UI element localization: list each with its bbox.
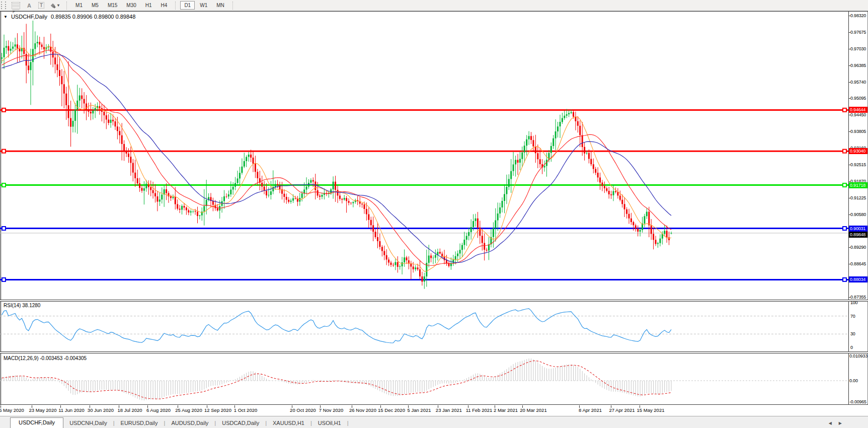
tab-eurusd-daily[interactable]: EURUSD,Daily — [115, 418, 164, 428]
rsi-panel[interactable] — [0, 302, 848, 351]
tab-usoil-h1[interactable]: USOil,H1 — [312, 418, 347, 428]
toolbar-separator — [232, 2, 233, 10]
date-label: 18 Jul 2020 — [117, 407, 142, 413]
date-label: 7 Nov 2020 — [319, 407, 344, 413]
support-resistance-lines[interactable] — [0, 108, 848, 281]
date-label: 12 Sep 2020 — [204, 407, 231, 413]
tab-scroll-left-icon[interactable]: ◀ — [829, 421, 832, 425]
rsi-label: RSI(14) 38.1280 — [4, 303, 40, 308]
date-label: 8 Apr 2021 — [579, 407, 602, 413]
price-tag-0.93040: 0.93040 — [849, 148, 867, 154]
price-tag-0.94644: 0.94644 — [849, 107, 867, 113]
price-tick-label: 0.95095 — [850, 96, 867, 101]
price-tag-0.91718: 0.91718 — [849, 182, 867, 188]
timeframe-button-m30[interactable]: M30 — [122, 1, 140, 10]
tab-audusd-daily[interactable]: AUDUSD,Daily — [165, 418, 214, 428]
price-tick-label: 0.92515 — [850, 162, 867, 168]
macd-label: MACD(12,26,9) -0.003453 -0.004305 — [4, 355, 87, 361]
chevron-down-icon[interactable]: ▾ — [57, 3, 59, 8]
timeframe-button-m1[interactable]: M1 — [71, 1, 87, 10]
rsi-tick-label: 100 — [850, 300, 867, 306]
line-handle[interactable] — [2, 108, 6, 112]
tab-usdcad-daily[interactable]: USDCAD,Daily — [216, 418, 265, 428]
main-rsi-separator[interactable] — [0, 300, 868, 302]
price-tick-label: 0.97030 — [850, 46, 867, 52]
date-label: 6 Aug 2020 — [146, 407, 171, 413]
ma-slow-line — [2, 54, 672, 263]
price-tick-label: 0.93805 — [850, 129, 867, 134]
macd-signal-line — [2, 361, 672, 399]
price-tick-label: 0.90580 — [850, 212, 867, 218]
rsi-line — [2, 309, 672, 343]
date-label: 20 Oct 2020 — [290, 407, 316, 413]
price-tick-label: 0.87355 — [850, 295, 867, 300]
date-label: 15 Dec 2020 — [378, 407, 405, 413]
chart-header: ▼ USDCHF,Daily 0.89835 0.89906 0.89800 0… — [4, 14, 135, 20]
candle-down-wicks — [9, 24, 669, 286]
price-tick-label: 0.97675 — [850, 30, 867, 35]
macd-tick-label: -0.00965 — [849, 399, 866, 405]
timeframe-button-m5[interactable]: M5 — [88, 1, 103, 10]
timeframe-button-m15[interactable]: M15 — [104, 1, 121, 10]
tab-usdcnh-daily[interactable]: USDCNH,Daily — [63, 418, 113, 428]
date-label: 20 Mar 2021 — [520, 407, 546, 413]
macd-histogram — [2, 359, 672, 401]
price-tick-label: 0.98320 — [850, 13, 867, 19]
tab-scroll-right-icon[interactable]: ▶ — [839, 421, 842, 425]
candles-down — [8, 42, 670, 281]
date-label: 23 May 2020 — [29, 407, 57, 413]
fibonacci-tool-icon[interactable]: F — [12, 1, 20, 10]
ma-fast-line — [2, 46, 672, 271]
date-label: 15 May 2021 — [637, 407, 665, 413]
text-tool-icon[interactable]: A — [27, 1, 31, 10]
timeframe-button-h4[interactable]: H4 — [157, 1, 172, 10]
date-label: 25 Aug 2020 — [175, 407, 202, 413]
date-label: 27 Apr 2021 — [609, 407, 635, 413]
toolbar-separator — [175, 2, 176, 10]
price-axis-separator — [848, 12, 849, 404]
toolbar-drag-handle-icon[interactable] — [1, 2, 6, 9]
rsi-tick-label: 0 — [850, 345, 867, 350]
rsi-tick-label: 30 — [850, 331, 867, 337]
rsi-tick-label: 70 — [850, 314, 867, 319]
timeframe-button-d1[interactable]: D1 — [180, 1, 195, 10]
candles-up — [1, 42, 672, 281]
line-handle[interactable] — [2, 183, 6, 187]
timeframe-button-mn[interactable]: MN — [212, 1, 228, 10]
line-handle[interactable] — [2, 227, 6, 230]
date-label: 2 Mar 2021 — [494, 407, 518, 413]
price-tick-label: 0.95740 — [850, 80, 867, 85]
current-price-tag: 0.89848 — [849, 232, 867, 238]
line-handle[interactable] — [843, 183, 846, 187]
line-handle[interactable] — [843, 278, 846, 281]
date-label: 26 Nov 2020 — [349, 407, 376, 413]
timeframe-button-w1[interactable]: W1 — [196, 1, 211, 10]
rsi-macd-separator[interactable] — [0, 351, 868, 353]
line-handle[interactable] — [843, 150, 846, 153]
label-tool-icon[interactable]: T — [38, 1, 44, 10]
line-handle[interactable] — [2, 278, 6, 281]
tab-xauusd-h1[interactable]: XAUUSD,H1 — [267, 418, 310, 428]
price-tick-label: 0.89290 — [850, 245, 867, 250]
tab-usdchf-daily[interactable]: USDCHF,Daily — [10, 417, 63, 428]
collapse-triangle-icon[interactable]: ▼ — [4, 15, 8, 19]
timeframe-button-h1[interactable]: H1 — [141, 1, 156, 10]
price-tick-label: 0.94450 — [850, 112, 867, 118]
toolbar: F A T ▾ M1M5M15M30H1H4 D1W1MN — [0, 0, 868, 11]
date-label: 11 Jun 2020 — [58, 407, 85, 413]
main-chart[interactable] — [0, 12, 848, 300]
chart-tab-bar: USDCHF,DailyUSDCNH,Daily|EURUSD,Daily|AU… — [0, 416, 868, 428]
macd-bottom-border — [0, 404, 868, 405]
chart-ohlc-values: 0.89835 0.89906 0.89800 0.89848 — [51, 14, 135, 20]
price-tick-label: 0.88645 — [850, 261, 867, 267]
macd-panel[interactable] — [0, 354, 848, 404]
arrow-objects-icon[interactable]: ▾ — [51, 1, 59, 10]
date-label: 30 Jun 2020 — [88, 407, 114, 413]
line-handle[interactable] — [2, 150, 6, 153]
macd-tick-label: 0.00 — [849, 378, 866, 384]
line-handle[interactable] — [843, 227, 846, 230]
date-label: 23 Jan 2021 — [436, 407, 462, 413]
price-tick-label: 0.91225 — [850, 195, 867, 201]
price-tag-0.88034: 0.88034 — [849, 276, 867, 282]
line-handle[interactable] — [843, 108, 846, 112]
